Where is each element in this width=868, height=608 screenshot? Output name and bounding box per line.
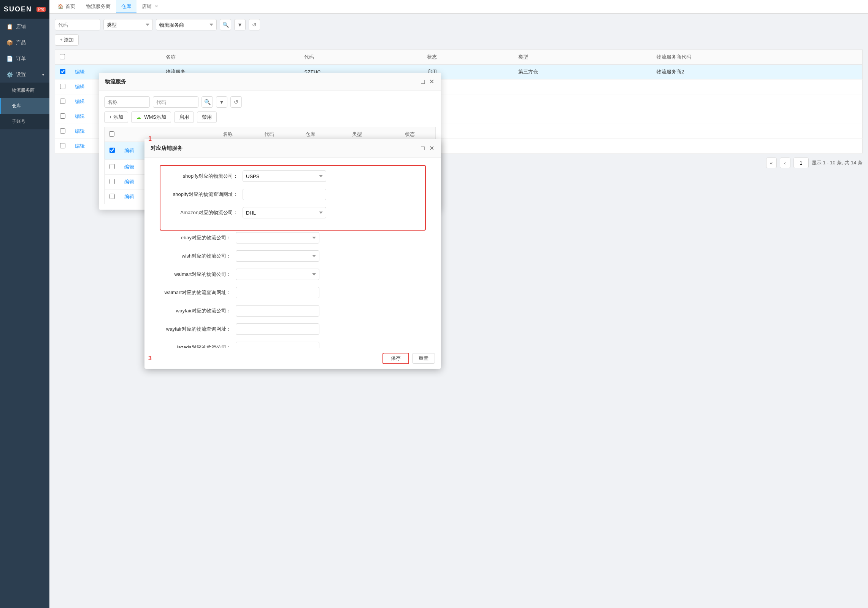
- annotation-3: 3: [148, 355, 152, 362]
- form-row-wish-carrier: wish对应的物流公司：: [160, 250, 426, 262]
- th-type: 类型: [514, 50, 652, 65]
- row-checkbox[interactable]: [60, 69, 65, 74]
- logistics-filter: 🔍 ▼ ↺: [104, 96, 436, 108]
- logistics-modal-title: 物流服务: [105, 78, 126, 85]
- store-service-title: 对应店铺服务: [151, 145, 182, 152]
- form-row-shopify-carrier: shopify对应的物流公司： USPS DHL FedEx: [167, 170, 419, 182]
- pagination-info: 显示 1 - 10 条, 共 14 条: [812, 159, 863, 166]
- th-name: 名称: [161, 50, 300, 65]
- tab-logistics-provider[interactable]: 物流服务商: [81, 0, 116, 13]
- th-status: 状态: [422, 50, 514, 65]
- main-action-bar: + 添加: [55, 34, 863, 46]
- type-filter-select[interactable]: 类型: [103, 19, 153, 30]
- sidebar-item-subaccount[interactable]: 子账号: [0, 114, 49, 129]
- row-provider-code-cell: 物流服务商2: [652, 65, 863, 80]
- store-service-close-btn[interactable]: ✕: [428, 144, 435, 153]
- logistics-th-checkbox: [105, 127, 120, 142]
- logistics-refresh-btn[interactable]: ↺: [230, 96, 242, 108]
- store-service-modal: 对应店铺服务 □ ✕ 1 2: [144, 139, 441, 369]
- main-content: 🏠 首页 物流服务商 仓库 店铺 ✕ 类型 物流: [49, 0, 868, 608]
- shopify-tracking-input[interactable]: [243, 189, 326, 200]
- provider-filter-select[interactable]: 物流服务商: [156, 19, 217, 30]
- store-service-maximize-btn[interactable]: □: [420, 144, 425, 153]
- product-icon: 📦: [6, 40, 13, 46]
- reset-button[interactable]: 重置: [412, 353, 435, 364]
- logistics-add-btn[interactable]: + 添加: [104, 111, 128, 123]
- form-row-wayfair-tracking: wayfair对应的物流查询网址：: [160, 323, 426, 335]
- lazada-carrier-label: lazada对应的承运公司：: [160, 344, 236, 348]
- main-add-button[interactable]: + 添加: [55, 34, 79, 46]
- save-button[interactable]: 保存: [382, 353, 409, 364]
- store-service-modal-header: 对应店铺服务 □ ✕: [144, 139, 441, 158]
- amazon-carrier-select[interactable]: DHL USPS FedEx: [243, 207, 326, 218]
- logistics-name-filter[interactable]: [104, 96, 150, 108]
- wayfair-tracking-input[interactable]: [236, 323, 319, 335]
- logistics-edit-btn[interactable]: 编辑: [124, 147, 134, 154]
- sidebar-item-settings[interactable]: ⚙️ 设置 ▾: [0, 67, 49, 83]
- th-code: 代码: [300, 50, 422, 65]
- wayfair-tracking-label: wayfair对应的物流查询网址：: [160, 326, 236, 333]
- logistics-row-checkbox[interactable]: [109, 148, 115, 153]
- wayfair-carrier-label: wayfair对应的物流公司：: [160, 307, 236, 314]
- page-first-btn[interactable]: «: [766, 158, 777, 168]
- refresh-button[interactable]: ↺: [249, 19, 260, 30]
- tab-bar: 🏠 首页 物流服务商 仓库 店铺 ✕: [49, 0, 868, 14]
- sidebar-logo: SUOEN: [4, 5, 32, 13]
- form-row-walmart-tracking: walmart对应的物流查询网址：: [160, 287, 426, 298]
- row-type-cell: 第三方仓: [514, 65, 652, 80]
- filter-button[interactable]: ▼: [234, 19, 246, 30]
- sidebar-item-warehouse[interactable]: 仓库: [0, 98, 49, 114]
- row-checkbox-cell: [55, 65, 70, 80]
- row-edit-button[interactable]: 编辑: [75, 68, 85, 75]
- shopify-carrier-select[interactable]: USPS DHL FedEx: [243, 170, 326, 182]
- code-filter-input[interactable]: [55, 19, 100, 30]
- store-service-controls: □ ✕: [420, 144, 435, 153]
- form-row-amazon-carrier: Amazon对应的物流公司： DHL USPS FedEx: [167, 207, 419, 218]
- tab-warehouse[interactable]: 仓库: [116, 0, 136, 13]
- logistics-wms-add-btn[interactable]: ☁ WMS添加: [131, 111, 171, 123]
- walmart-tracking-input[interactable]: [236, 287, 319, 298]
- th-provider-code: 物流服务商代码: [652, 50, 863, 65]
- page-number-input[interactable]: [793, 158, 809, 168]
- sidebar-sub-menu: 物流服务商 仓库 子账号: [0, 83, 49, 129]
- sidebar-item-logistics[interactable]: 物流服务商: [0, 83, 49, 98]
- tab-store[interactable]: 店铺 ✕: [136, 0, 163, 13]
- store-icon: 📋: [6, 24, 13, 30]
- form-row-ebay-carrier: ebay对应的物流公司：: [160, 232, 426, 244]
- lazada-carrier-input[interactable]: [236, 342, 319, 348]
- annotation-1: 1: [148, 135, 152, 142]
- wayfair-carrier-input[interactable]: [236, 305, 319, 317]
- form-row-walmart-carrier: walmart对应的物流公司：: [160, 269, 426, 280]
- tab-home[interactable]: 🏠 首页: [52, 0, 81, 13]
- sidebar-item-store[interactable]: 📋 店铺: [0, 19, 49, 35]
- sidebar-item-product[interactable]: 📦 产品: [0, 35, 49, 51]
- th-empty: [70, 50, 162, 65]
- walmart-carrier-select[interactable]: [236, 269, 319, 280]
- form-row-shopify-tracking: shopify对应的物流查询网址：: [167, 189, 419, 200]
- logistics-filter-btn[interactable]: ▼: [216, 96, 227, 108]
- modal-close-btn[interactable]: ✕: [428, 77, 435, 86]
- store-service-footer: 3 保存 重置: [144, 348, 441, 369]
- walmart-tracking-label: walmart对应的物流查询网址：: [160, 289, 236, 296]
- amazon-carrier-label: Amazon对应的物流公司：: [167, 209, 243, 216]
- tab-store-close[interactable]: ✕: [155, 4, 158, 9]
- logistics-code-filter[interactable]: [153, 96, 198, 108]
- page-prev-btn[interactable]: ‹: [780, 158, 790, 168]
- settings-icon: ⚙️: [6, 72, 13, 78]
- home-icon: 🏠: [58, 4, 63, 9]
- logistics-enable-btn[interactable]: 启用: [174, 111, 194, 123]
- sidebar-item-order[interactable]: 📄 订单: [0, 51, 49, 67]
- wish-carrier-select[interactable]: [236, 250, 319, 262]
- select-all-checkbox[interactable]: [60, 54, 65, 59]
- search-button[interactable]: 🔍: [220, 19, 231, 30]
- ebay-carrier-label: ebay对应的物流公司：: [160, 234, 236, 241]
- modal-maximize-btn[interactable]: □: [420, 77, 425, 86]
- logistics-disable-btn[interactable]: 禁用: [197, 111, 217, 123]
- settings-arrow-icon: ▾: [42, 73, 44, 77]
- shopify-tracking-label: shopify对应的物流查询网址：: [167, 191, 243, 198]
- modal-controls: □ ✕: [420, 77, 435, 86]
- ebay-carrier-select[interactable]: [236, 232, 319, 244]
- page-body: 类型 物流服务商 🔍 ▼ ↺ + 添加 名称: [49, 14, 868, 608]
- th-checkbox: [55, 50, 70, 65]
- logistics-search-btn[interactable]: 🔍: [202, 96, 213, 108]
